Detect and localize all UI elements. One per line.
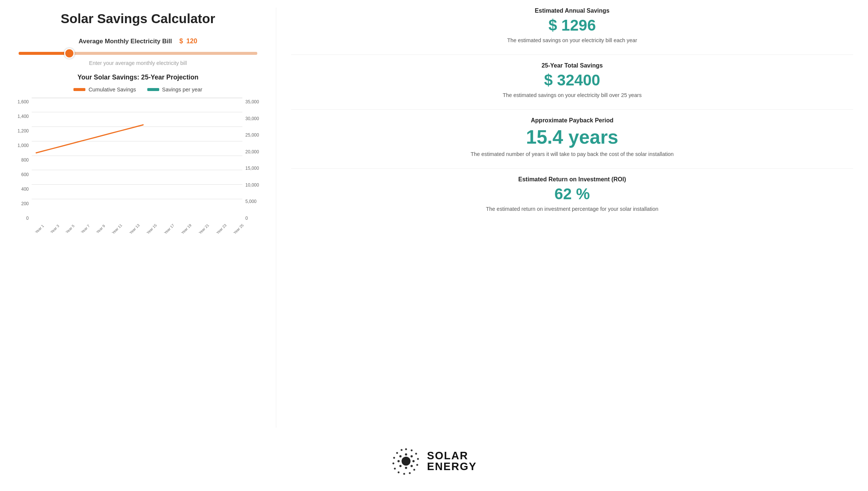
svg-point-8 <box>399 455 402 457</box>
svg-point-2 <box>411 455 413 457</box>
stat-roi-desc: The estimated return on investment perce… <box>291 205 853 213</box>
chart-wrapper: 1,600 1,400 1,200 1,000 800 600 400 200 … <box>15 98 261 232</box>
stat-roi-label: Estimated Return on Investment (ROI) <box>291 176 853 183</box>
legend-label-savings: Savings per year <box>162 87 202 93</box>
svg-point-18 <box>394 468 396 470</box>
y-axis-left: 1,600 1,400 1,200 1,000 800 600 400 200 … <box>15 98 32 232</box>
svg-point-22 <box>401 449 403 451</box>
svg-point-17 <box>398 472 400 473</box>
slider-label: Average Monthly Electricity Bill <box>79 38 172 45</box>
slider-currency-sign: $ <box>179 37 183 45</box>
stat-annual-value: $ 1296 <box>291 16 853 34</box>
svg-point-5 <box>405 467 407 469</box>
legend-color-cumulative <box>73 88 85 91</box>
chart-area: 1,600 1,400 1,200 1,000 800 600 400 200 … <box>15 98 261 232</box>
stat-roi: Estimated Return on Investment (ROI) 62 … <box>291 176 853 213</box>
chart-title: Your Solar Savings: 25-Year Projection <box>15 74 261 81</box>
solar-logo-icon <box>391 446 421 476</box>
right-panel: Estimated Annual Savings $ 1296 The esti… <box>276 7 853 428</box>
footer: SOLAR ENERGY <box>0 435 868 491</box>
cumulative-savings-line <box>32 98 144 154</box>
slider-container <box>15 50 261 56</box>
svg-point-10 <box>411 450 413 451</box>
svg-point-20 <box>393 457 395 459</box>
svg-point-9 <box>405 448 407 450</box>
stat-annual-desc: The estimated savings on your electricit… <box>291 37 853 44</box>
svg-point-11 <box>415 453 417 455</box>
page-title: Solar Savings Calculator <box>15 11 261 26</box>
svg-point-4 <box>411 465 413 467</box>
svg-point-13 <box>416 464 418 466</box>
stat-payback: Approximate Payback Period 15.4 years Th… <box>291 117 853 158</box>
svg-point-14 <box>413 469 415 471</box>
stat-payback-desc: The estimated number of years it will ta… <box>291 150 853 158</box>
svg-point-15 <box>409 472 411 474</box>
stat-annual-label: Estimated Annual Savings <box>291 7 853 14</box>
stat-total-value: $ 32400 <box>291 71 853 89</box>
legend-item-cumulative: Cumulative Savings <box>73 87 136 93</box>
legend-label-cumulative: Cumulative Savings <box>88 87 136 93</box>
svg-point-21 <box>396 452 398 454</box>
divider-2 <box>291 109 853 110</box>
solar-logo-text: SOLAR ENERGY <box>427 450 477 472</box>
slider-section: Average Monthly Electricity Bill $ 120 E… <box>15 37 261 66</box>
slider-number: 120 <box>186 37 197 45</box>
grid-lines <box>32 98 242 214</box>
divider-1 <box>291 54 853 55</box>
svg-point-3 <box>412 460 415 462</box>
chart-inner: Year 1Year 3Year 5Year 7Year 9Year 11Yea… <box>32 98 242 232</box>
legend-color-savings <box>147 88 159 91</box>
svg-point-12 <box>417 458 419 460</box>
legend-item-savings-per-year: Savings per year <box>147 87 202 93</box>
y-axis-right: 35,000 30,000 25,000 20,000 15,000 10,00… <box>242 98 261 232</box>
slider-value-display: $ 120 <box>179 37 197 45</box>
logo-energy-word: ENERGY <box>427 461 477 472</box>
stat-roi-value: 62 % <box>291 185 853 203</box>
svg-point-6 <box>399 465 402 467</box>
logo-solar-word: SOLAR <box>427 450 477 461</box>
divider-3 <box>291 168 853 169</box>
svg-point-19 <box>393 463 394 465</box>
stat-payback-value: 15.4 years <box>291 126 853 148</box>
monthly-bill-slider[interactable] <box>19 52 257 55</box>
chart-legend: Cumulative Savings Savings per year <box>15 87 261 93</box>
svg-point-0 <box>402 457 411 466</box>
x-label <box>122 226 128 231</box>
stat-payback-label: Approximate Payback Period <box>291 117 853 124</box>
stat-total-label: 25-Year Total Savings <box>291 62 853 69</box>
stat-total-savings: 25-Year Total Savings $ 32400 The estima… <box>291 62 853 99</box>
stat-annual-savings: Estimated Annual Savings $ 1296 The esti… <box>291 7 853 44</box>
stat-total-desc: The estimated savings on your electricit… <box>291 91 853 99</box>
x-label <box>209 226 215 231</box>
svg-point-1 <box>405 453 407 456</box>
svg-point-16 <box>403 473 405 475</box>
bars-container <box>32 98 242 98</box>
slider-hint: Enter your average monthly electricity b… <box>15 60 261 66</box>
x-labels: Year 1Year 3Year 5Year 7Year 9Year 11Yea… <box>32 226 242 232</box>
svg-point-7 <box>397 460 400 462</box>
